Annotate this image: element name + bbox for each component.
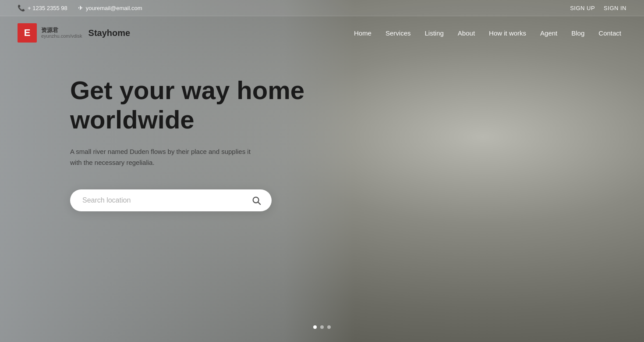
nav-contact[interactable]: Contact [593,27,626,39]
hero-content: Get your way home worldwide A small rive… [0,50,307,211]
hero-title: Get your way home worldwide [70,76,307,134]
nav-links: Home Services Listing About How it works… [349,27,626,39]
top-bar-contacts: 📞 + 1235 2355 98 ✈ youremail@email.com [18,4,142,11]
logo-cn: 资源君 [41,27,82,33]
phone-number: + 1235 2355 98 [28,5,67,11]
hero-title-line1: Get your way home [70,76,304,104]
search-input[interactable] [82,196,248,204]
search-icon [251,196,261,205]
nav-agent[interactable]: Agent [535,27,563,39]
phone-icon: 📞 [18,4,25,11]
dot-3[interactable] [327,325,331,329]
svg-line-1 [258,202,260,204]
dot-2[interactable] [320,325,324,329]
brand-name: Stayhome [88,28,131,38]
nav-services[interactable]: Services [380,27,416,39]
signin-link[interactable]: SIGN IN [604,5,626,11]
nav-blog[interactable]: Blog [566,27,590,39]
phone-contact: 📞 + 1235 2355 98 [18,4,67,11]
logo-icon: E [18,23,37,43]
logo-link[interactable]: E 资源君 eyunzhu.com/vdisk Stayhome [18,23,130,43]
nav-listing[interactable]: Listing [419,27,449,39]
logo-url: eyunzhu.com/vdisk [41,33,82,39]
logo-text-block: 资源君 eyunzhu.com/vdisk [41,27,82,39]
top-bar-auth: SIGN UP SIGN IN [570,5,626,11]
search-button[interactable] [248,194,265,207]
email-icon: ✈ [78,4,83,11]
dot-1[interactable] [313,325,317,329]
email-contact: ✈ youremail@email.com [78,4,142,11]
slide-dots [313,325,331,329]
nav-how-it-works[interactable]: How it works [484,27,531,39]
nav-about[interactable]: About [453,27,480,39]
hero-title-line2: worldwide [70,105,195,134]
nav-home[interactable]: Home [349,27,377,39]
navbar: E 资源君 eyunzhu.com/vdisk Stayhome Home Se… [0,16,644,50]
signup-link[interactable]: SIGN UP [570,5,595,11]
search-bar [70,189,272,211]
top-bar: 📞 + 1235 2355 98 ✈ youremail@email.com S… [0,0,644,16]
email-address: youremail@email.com [86,5,142,11]
hero-subtitle: A small river named Duden flows by their… [70,146,258,168]
